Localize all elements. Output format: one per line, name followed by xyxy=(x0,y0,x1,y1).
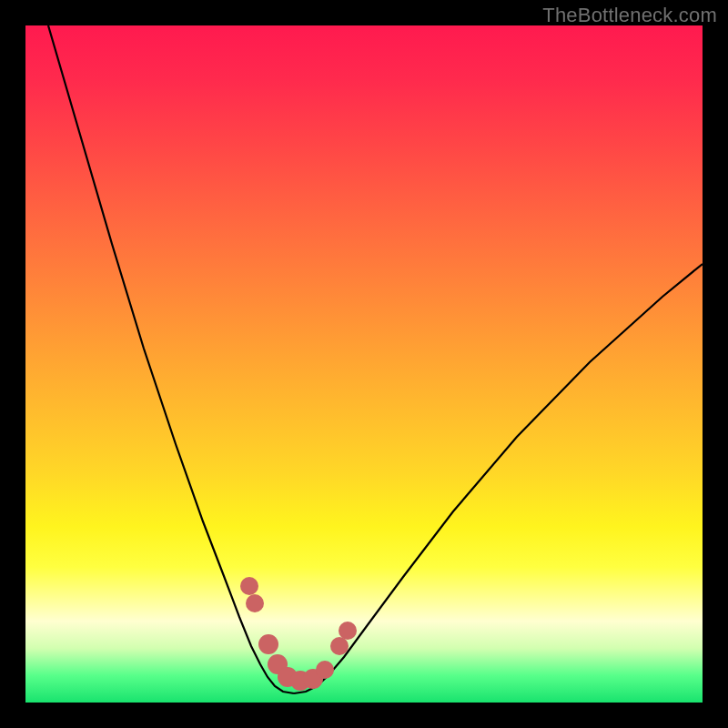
markers-group xyxy=(240,577,357,691)
outer-black-frame: TheBottleneck.com xyxy=(0,0,728,728)
curve-marker-2 xyxy=(258,634,278,654)
plot-area xyxy=(25,25,703,703)
curve-marker-1 xyxy=(246,594,264,612)
watermark-text: TheBottleneck.com xyxy=(542,4,717,27)
left-curve xyxy=(48,25,294,693)
curve-marker-7 xyxy=(316,661,334,679)
curve-marker-9 xyxy=(339,622,357,640)
curve-marker-0 xyxy=(240,577,258,595)
curve-marker-8 xyxy=(330,637,349,655)
curves-svg xyxy=(25,25,703,703)
